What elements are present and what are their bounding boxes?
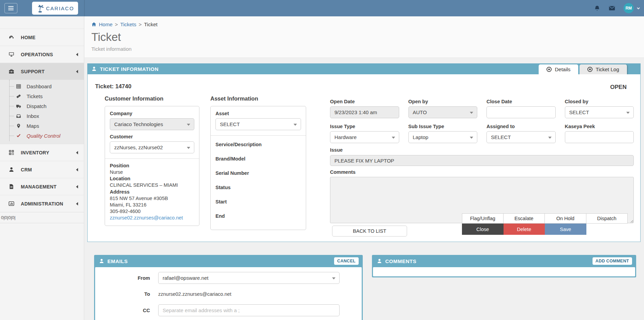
emails-body: From rafael@opsware.net To zznurse02.zzn… xyxy=(95,267,362,320)
sidebar-subitem-dispatch[interactable]: Dispatch xyxy=(0,101,84,111)
chevron-left-icon xyxy=(76,202,78,205)
emails-title: EMAILS xyxy=(107,258,128,264)
assigned-to-label: Assigned to xyxy=(486,124,556,129)
truck-icon xyxy=(16,104,21,109)
issue-input: PLEASE FIX MY LAPTOP xyxy=(330,155,634,166)
sidebar-item-label: HOME xyxy=(21,35,35,40)
customer-select[interactable]: zzNurses, zzNurse02 xyxy=(110,141,194,153)
content-header: Home > Tickets > Ticket Ticket Ticket in… xyxy=(85,16,644,58)
open-by-label: Open by xyxy=(408,99,478,104)
end-label: End xyxy=(215,213,301,219)
sidebar-subitem-quality-control[interactable]: Quality Control xyxy=(0,131,84,141)
chevron-left-icon xyxy=(76,168,78,171)
user-menu-chevron-down-icon[interactable] xyxy=(636,6,641,11)
sidebar-subitem-label: Maps xyxy=(27,123,39,129)
messages-envelope-icon[interactable] xyxy=(609,5,615,12)
customer-information-heading: Customer Information xyxy=(105,95,199,102)
chevron-left-icon xyxy=(76,151,78,154)
address-label: Address xyxy=(110,189,194,195)
main-content: Home > Tickets > Ticket Ticket Ticket in… xyxy=(85,16,644,320)
tab-label: Ticket Log xyxy=(596,66,619,72)
closed-by-label: Closed by xyxy=(565,99,634,104)
person-icon xyxy=(91,66,97,72)
support-submenu: Dashboard Tickets xyxy=(0,80,84,144)
cancel-button[interactable]: CANCEL xyxy=(334,257,359,265)
chevron-left-icon xyxy=(76,185,78,188)
comments-panel-header: COMMENTS ADD COMMENT xyxy=(373,255,635,267)
sidebar-item-crm[interactable]: CRM xyxy=(0,161,84,178)
close-date-input[interactable] xyxy=(486,106,556,118)
sidebar-subitem-tickets[interactable]: Tickets xyxy=(0,91,84,101)
person-icon xyxy=(99,258,104,264)
tab-details[interactable]: Details xyxy=(539,64,578,74)
assigned-to-select[interactable]: SELECT xyxy=(486,131,556,143)
dispatch-button[interactable]: Dispatch xyxy=(586,213,628,224)
cc-input[interactable] xyxy=(158,304,340,316)
issue-type-select[interactable]: Hardware xyxy=(330,131,399,143)
back-to-list-button[interactable]: BACK TO LIST xyxy=(332,226,407,237)
emails-panel-header: EMAILS CANCEL xyxy=(95,255,362,267)
sidebar-item-support[interactable]: SUPPORT xyxy=(0,63,84,80)
sidebar-subitem-inbox[interactable]: Inbox xyxy=(0,111,84,121)
phone-value: 305-892-4600 xyxy=(110,208,194,215)
comments-label: Comments xyxy=(330,169,634,175)
table-icon xyxy=(16,84,21,89)
delete-button[interactable]: Delete xyxy=(504,224,545,235)
closed-by-select[interactable]: SELECT xyxy=(565,106,634,118)
sidebar-item-home[interactable]: HOME xyxy=(0,29,84,46)
notifications-bell-icon[interactable] xyxy=(594,5,600,12)
breadcrumb-tickets-link[interactable]: Tickets xyxy=(120,21,136,27)
sidebar-subitem-dashboard[interactable]: Dashboard xyxy=(0,81,84,91)
asset-select[interactable]: SELECT xyxy=(215,118,301,130)
home-icon xyxy=(91,22,96,27)
comments-body xyxy=(373,267,635,276)
sub-issue-type-select[interactable]: Laptop xyxy=(408,131,478,143)
sidebar-item-management[interactable]: MANAGEMENT xyxy=(0,178,84,195)
location-value: CLINICAL SERVICES – MIAMI xyxy=(110,182,194,188)
company-label: Company xyxy=(110,111,194,116)
address-line2: Miami, FL 33216 xyxy=(110,202,194,208)
comments-title: COMMENTS xyxy=(385,258,417,264)
sidebar-item-label: OPERATIONS xyxy=(21,52,53,57)
escalate-button[interactable]: Escalate xyxy=(503,213,545,224)
sidebar-item-inventory[interactable]: INVENTORY xyxy=(0,144,84,161)
company-select: Cariaco Technologies xyxy=(110,118,194,130)
user-avatar[interactable]: RM xyxy=(624,3,634,13)
on-hold-button[interactable]: On Hold xyxy=(544,213,586,224)
save-button[interactable]: Save xyxy=(545,224,586,235)
qrcode-icon xyxy=(9,150,14,155)
tab-ticket-log[interactable]: Ticket Log xyxy=(580,64,627,74)
sidebar-item-administration[interactable]: ADMINISTRATION xyxy=(0,195,84,212)
kaseya-peek-input[interactable] xyxy=(565,131,634,143)
palm-tree-icon xyxy=(36,3,45,13)
menu-toggle-button[interactable] xyxy=(4,3,17,13)
sidebar-item-label: MANAGEMENT xyxy=(21,184,57,189)
brand-logo[interactable]: CARIACO xyxy=(32,2,78,15)
add-comment-button[interactable]: ADD COMMENT xyxy=(593,257,632,265)
ticket-number: Ticket: 14740 xyxy=(95,83,131,90)
asset-information-heading: Asset Information xyxy=(210,95,306,102)
kaseya-peek-label: Kaseya Peek xyxy=(565,124,634,129)
customer-email-link[interactable]: zznurse02.zznurses@cariaco.net xyxy=(110,215,183,220)
from-select[interactable]: rafael@opsware.net xyxy=(158,272,340,284)
flag-unflag-button[interactable]: Flag/Unflag xyxy=(462,213,504,224)
dot-circle-icon xyxy=(546,67,552,72)
open-date-input: 9/23/2023 1:40 am xyxy=(330,106,399,118)
location-label: Location xyxy=(110,176,194,182)
sidebar-subitem-label: Dispatch xyxy=(27,103,46,109)
sidebar-item-label: CRM xyxy=(21,167,32,172)
cc-label: CC xyxy=(95,308,158,313)
person-icon xyxy=(377,258,382,264)
close-button[interactable]: Close xyxy=(462,224,504,235)
ticket-icon xyxy=(16,94,21,99)
sidebar-item-label: ADMINISTRATION xyxy=(21,201,63,207)
topbar-divider xyxy=(84,0,85,16)
customer-info-box: Company Cariaco Technologies Customer zz… xyxy=(105,106,199,226)
sidebar-subitem-maps[interactable]: Maps xyxy=(0,121,84,131)
sidebar-item-operations[interactable]: OPERATIONS xyxy=(0,46,84,63)
sidebar-subitem-label: Inbox xyxy=(27,113,39,119)
breadcrumb-home-link[interactable]: Home xyxy=(99,21,113,27)
sub-issue-type-label: Sub Issue Type xyxy=(408,124,478,129)
asset-label: Asset xyxy=(215,111,301,116)
sidebar-subitem-label: Dashboard xyxy=(27,83,51,89)
